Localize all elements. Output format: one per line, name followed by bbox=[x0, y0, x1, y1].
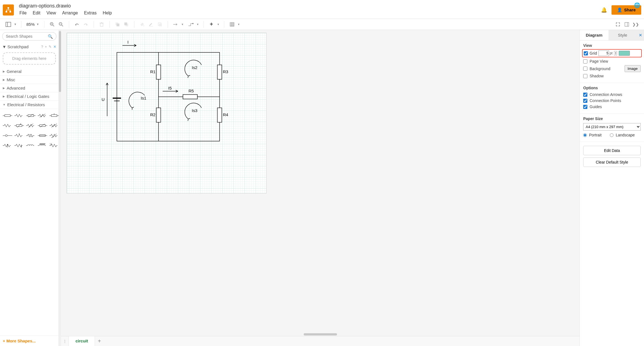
app-logo[interactable] bbox=[3, 4, 14, 16]
shape-resistor-preset-zigzag[interactable] bbox=[14, 132, 24, 139]
add-tab-button[interactable]: + bbox=[95, 336, 104, 346]
conn-points-label: Connection Points bbox=[590, 98, 641, 103]
line-color-icon[interactable] bbox=[148, 21, 154, 28]
fullscreen-icon[interactable] bbox=[615, 21, 621, 28]
tab-menu-icon[interactable]: ⋮ bbox=[61, 336, 69, 346]
shape-resistor-var-box[interactable] bbox=[26, 112, 36, 119]
bell-icon[interactable]: 🔔 bbox=[601, 7, 607, 13]
to-back-icon[interactable] bbox=[123, 21, 130, 28]
section-general[interactable]: ▶General bbox=[0, 67, 59, 76]
svg-line-6 bbox=[53, 25, 54, 26]
shape-resistor-tap-box[interactable] bbox=[49, 112, 59, 119]
section-resistors[interactable]: ▼Electrical / Resistors bbox=[0, 101, 59, 109]
person-icon: 👤 bbox=[617, 7, 622, 12]
grid-stepper[interactable]: ▲▼ bbox=[614, 51, 617, 55]
shape-resistor-adj-box[interactable] bbox=[14, 122, 24, 129]
undo-icon[interactable] bbox=[74, 21, 80, 28]
menu-view[interactable]: View bbox=[46, 9, 56, 17]
menu-help[interactable]: Help bbox=[102, 9, 112, 17]
close-panel-icon[interactable]: ✕ bbox=[637, 30, 644, 40]
document-title[interactable]: diagram-options.drawio bbox=[19, 3, 601, 9]
section-misc[interactable]: ▶Misc bbox=[0, 76, 59, 84]
zoom-control[interactable]: 85% ▼ bbox=[24, 22, 42, 27]
shape-resistor-trim[interactable] bbox=[3, 132, 12, 139]
shape-resistor-fuse[interactable] bbox=[38, 132, 47, 139]
shape-resistor-zarrow[interactable] bbox=[3, 142, 12, 149]
shadow-label: Shadow bbox=[590, 74, 641, 78]
collapse-icon[interactable]: ❯❯ bbox=[632, 21, 639, 28]
label-Is2: Is2 bbox=[192, 65, 197, 70]
waypoint-icon[interactable] bbox=[188, 21, 194, 28]
grid-checkbox[interactable] bbox=[584, 51, 588, 55]
shape-resistor-zigzag2[interactable] bbox=[3, 122, 12, 129]
canvas-h-scrollbar[interactable] bbox=[61, 333, 580, 336]
section-logic-gates[interactable]: ▶Electrical / Logic Gates bbox=[0, 92, 59, 101]
toolbar: ▼ 85% ▼ bbox=[0, 19, 644, 30]
shape-resistor-var-zigzag[interactable] bbox=[38, 112, 47, 119]
menu-arrange[interactable]: Arrange bbox=[62, 9, 79, 17]
svg-rect-71 bbox=[156, 108, 161, 122]
svg-rect-12 bbox=[100, 23, 103, 26]
chevron-down-icon[interactable]: ▼ bbox=[14, 23, 17, 26]
grid-size-input[interactable] bbox=[598, 50, 609, 56]
sidebar-scrollbar[interactable] bbox=[59, 30, 61, 346]
scratchpad-dropzone[interactable]: Drag elements here bbox=[3, 52, 56, 65]
connection-icon[interactable] bbox=[172, 21, 179, 28]
shape-thermistor-zigzag[interactable] bbox=[49, 132, 59, 139]
landscape-radio[interactable] bbox=[610, 133, 613, 137]
more-shapes-button[interactable]: + More Shapes... bbox=[0, 335, 59, 346]
tab-circuit[interactable]: circuit bbox=[69, 336, 95, 346]
fill-icon[interactable] bbox=[139, 21, 145, 28]
format-panel-icon[interactable] bbox=[623, 21, 630, 28]
app-root: diagram-options.drawio File Edit View Ar… bbox=[0, 0, 644, 346]
shape-inductor[interactable] bbox=[26, 142, 36, 149]
add-icon[interactable]: + bbox=[45, 45, 47, 49]
shape-resistor-nonlinear-box[interactable] bbox=[38, 122, 47, 129]
svg-rect-1 bbox=[6, 11, 7, 12]
conn-points-checkbox[interactable] bbox=[583, 99, 587, 103]
shape-resistor-zigzag[interactable] bbox=[14, 112, 24, 119]
sidebar-toggle-icon[interactable] bbox=[5, 21, 12, 28]
scratchpad-header[interactable]: ▼ Scratchpad ? + ✎ ✕ bbox=[0, 43, 59, 51]
menu-edit[interactable]: Edit bbox=[32, 9, 41, 17]
close-icon[interactable]: ✕ bbox=[53, 45, 56, 49]
circuit-diagram: I R1 R2 R3 R4 R5 I5 U Is1 Is2 Is3 bbox=[67, 33, 267, 194]
portrait-radio[interactable] bbox=[583, 133, 587, 137]
shape-resistor-box[interactable] bbox=[3, 112, 12, 119]
background-image-button[interactable]: Image bbox=[625, 65, 641, 72]
label-R3: R3 bbox=[223, 69, 228, 74]
shadow-icon[interactable] bbox=[157, 21, 163, 28]
shape-resistor-ldr[interactable] bbox=[49, 142, 59, 149]
insert-icon[interactable]: + bbox=[208, 21, 215, 28]
delete-icon[interactable] bbox=[98, 21, 105, 28]
globe-icon[interactable]: 🌐 bbox=[634, 2, 640, 8]
page-view-checkbox[interactable] bbox=[583, 59, 587, 63]
shape-memristor[interactable] bbox=[26, 132, 36, 139]
shape-resistor-adj-zigzag[interactable] bbox=[26, 122, 36, 129]
zoom-in-icon[interactable] bbox=[49, 21, 56, 28]
table-icon[interactable] bbox=[229, 21, 235, 28]
menu-file[interactable]: File bbox=[19, 9, 27, 17]
shape-inductor-core[interactable] bbox=[38, 142, 47, 149]
clear-style-button[interactable]: Clear Default Style bbox=[583, 157, 641, 167]
shape-resistor-nonlinear-zigzag[interactable] bbox=[49, 122, 59, 129]
grid-color-swatch[interactable] bbox=[619, 51, 630, 56]
menu-extras[interactable]: Extras bbox=[84, 9, 97, 17]
shape-resistor-pot-zigzag[interactable] bbox=[14, 142, 24, 149]
guides-checkbox[interactable] bbox=[583, 105, 587, 109]
zoom-out-icon[interactable] bbox=[58, 21, 64, 28]
drawing-canvas[interactable]: I R1 R2 R3 R4 R5 I5 U Is1 Is2 Is3 bbox=[67, 33, 266, 194]
shadow-checkbox[interactable] bbox=[583, 74, 587, 78]
paper-size-select[interactable]: A4 (210 mm x 297 mm) bbox=[583, 123, 641, 131]
conn-arrows-checkbox[interactable] bbox=[583, 93, 587, 97]
search-icon[interactable]: 🔍 bbox=[48, 34, 53, 39]
background-checkbox[interactable] bbox=[583, 67, 587, 71]
edit-data-button[interactable]: Edit Data bbox=[583, 146, 641, 155]
tab-diagram[interactable]: Diagram bbox=[580, 30, 608, 40]
help-icon[interactable]: ? bbox=[41, 45, 43, 49]
tab-style[interactable]: Style bbox=[608, 30, 637, 40]
to-front-icon[interactable] bbox=[114, 21, 121, 28]
redo-icon[interactable] bbox=[82, 21, 89, 28]
edit-icon[interactable]: ✎ bbox=[49, 45, 52, 49]
section-advanced[interactable]: ▶Advanced bbox=[0, 84, 59, 92]
